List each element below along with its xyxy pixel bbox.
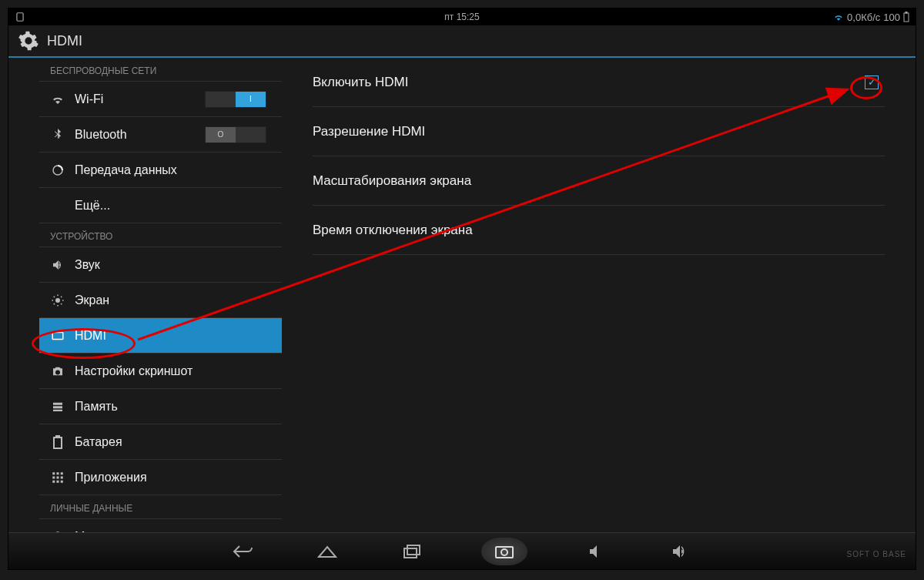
setting-screen-timeout[interactable]: Время отключения экрана — [313, 206, 885, 255]
settings-gear-icon — [18, 30, 39, 52]
sidebar-item-wifi[interactable]: Wi-Fi I — [39, 82, 282, 117]
sidebar-item-hdmi[interactable]: HDMI — [39, 318, 282, 354]
page-title: HDMI — [47, 33, 82, 49]
screenshot-indicator-icon — [15, 12, 25, 22]
sidebar-item-label: Звук — [75, 258, 100, 272]
wifi-icon — [50, 92, 65, 107]
sidebar-item-battery[interactable]: Батарея — [39, 424, 282, 460]
wifi-status-icon — [833, 12, 844, 22]
nav-volume-down-button[interactable] — [581, 541, 612, 562]
svg-rect-12 — [57, 472, 59, 474]
svg-rect-18 — [57, 480, 59, 482]
data-usage-icon — [50, 163, 65, 178]
svg-rect-19 — [61, 480, 63, 482]
battery-icon — [903, 12, 909, 22]
sidebar-item-data[interactable]: Передача данных — [39, 153, 282, 188]
setting-label: Включить HDMI — [313, 75, 408, 90]
sidebar-item-label: Настройки скриншот — [75, 364, 192, 378]
sidebar: БЕСПРОВОДНЫЕ СЕТИ Wi-Fi I Bluetooth O — [8, 58, 282, 532]
battery-level: 100 — [883, 12, 900, 23]
sidebar-item-label: Wi-Fi — [75, 92, 103, 106]
section-wireless: БЕСПРОВОДНЫЕ СЕТИ — [39, 58, 282, 82]
navigation-bar: SOFT O BASE — [8, 532, 916, 569]
svg-rect-17 — [52, 480, 55, 482]
sidebar-item-more[interactable]: Ещё... — [39, 188, 282, 223]
enable-hdmi-checkbox[interactable]: ✓ — [865, 75, 879, 89]
section-personal: ЛИЧНЫЕ ДАННЫЕ — [39, 495, 282, 519]
camera-icon — [50, 364, 65, 379]
sound-icon — [50, 257, 65, 273]
nav-recent-button[interactable] — [397, 541, 427, 562]
svg-rect-10 — [56, 435, 59, 438]
nav-volume-up-button[interactable] — [666, 541, 697, 562]
svg-rect-13 — [61, 472, 63, 474]
nav-screenshot-button[interactable] — [481, 538, 527, 565]
svg-rect-8 — [53, 409, 62, 411]
svg-point-23 — [501, 549, 507, 555]
svg-rect-2 — [906, 12, 907, 13]
svg-rect-21 — [407, 545, 420, 555]
setting-screen-scaling[interactable]: Масштабирования экрана — [313, 156, 885, 206]
sidebar-item-label: Батарея — [75, 435, 122, 449]
svg-rect-5 — [52, 332, 63, 339]
nav-back-button[interactable] — [227, 541, 258, 562]
svg-rect-9 — [54, 438, 62, 448]
svg-rect-0 — [17, 13, 23, 22]
setting-enable-hdmi[interactable]: Включить HDMI ✓ — [313, 58, 885, 107]
setting-hdmi-resolution[interactable]: Разрешение HDMI — [313, 107, 885, 156]
nav-home-button[interactable] — [312, 541, 343, 562]
bluetooth-toggle[interactable]: O — [205, 126, 266, 143]
sidebar-item-label: Экран — [75, 293, 109, 307]
status-bar: пт 15:25 0,0Кб/с 100 — [8, 8, 916, 25]
sidebar-item-label: Ещё... — [75, 199, 110, 213]
status-time: пт 15:25 — [444, 12, 479, 22]
sidebar-item-display[interactable]: Экран — [39, 283, 282, 318]
sidebar-item-apps[interactable]: Приложения — [39, 460, 282, 495]
svg-rect-16 — [61, 476, 63, 478]
sidebar-item-label: Bluetooth — [75, 128, 127, 142]
sidebar-item-location[interactable]: Местоположение — [39, 519, 282, 532]
svg-point-4 — [55, 298, 60, 303]
sidebar-item-storage[interactable]: Память — [39, 389, 282, 424]
svg-rect-15 — [57, 476, 59, 478]
svg-rect-7 — [53, 406, 62, 408]
setting-label: Время отключения экрана — [313, 223, 473, 238]
sidebar-item-bluetooth[interactable]: Bluetooth O — [39, 117, 282, 153]
content-panel: Включить HDMI ✓ Разрешение HDMI Масштаби… — [282, 58, 916, 532]
svg-rect-14 — [52, 476, 55, 478]
bluetooth-icon — [50, 127, 65, 142]
net-speed: 0,0Кб/с — [847, 12, 880, 23]
section-device: УСТРОЙСТВО — [39, 223, 282, 247]
setting-label: Масштабирования экрана — [313, 173, 471, 189]
storage-icon — [50, 399, 65, 414]
apps-icon — [50, 470, 65, 485]
sidebar-item-label: HDMI — [75, 329, 106, 343]
sidebar-item-sound[interactable]: Звук — [39, 247, 282, 283]
setting-label: Разрешение HDMI — [313, 124, 425, 139]
svg-rect-1 — [904, 13, 909, 22]
svg-rect-6 — [53, 402, 62, 404]
svg-rect-11 — [52, 472, 55, 474]
svg-rect-20 — [404, 548, 417, 558]
battery-icon — [50, 434, 65, 450]
sidebar-item-screenshot[interactable]: Настройки скриншот — [39, 354, 282, 389]
watermark: SOFT O BASE — [847, 550, 907, 558]
app-header: HDMI — [8, 25, 916, 58]
sidebar-item-label: Передача данных — [75, 163, 177, 177]
hdmi-icon — [50, 328, 65, 344]
brightness-icon — [50, 293, 65, 308]
wifi-toggle[interactable]: I — [205, 91, 266, 108]
sidebar-item-label: Память — [75, 400, 118, 414]
sidebar-item-label: Приложения — [75, 471, 147, 484]
